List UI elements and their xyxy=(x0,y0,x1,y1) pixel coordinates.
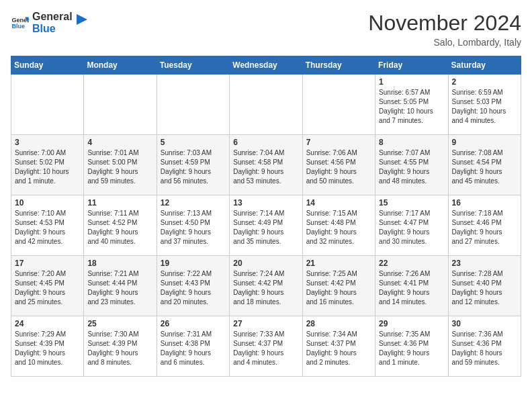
day-info: Sunrise: 7:00 AM Sunset: 5:02 PM Dayligh… xyxy=(15,148,80,186)
day-number: 20 xyxy=(233,259,298,268)
day-cell: 7Sunrise: 7:06 AM Sunset: 4:56 PM Daylig… xyxy=(302,135,375,195)
day-number: 26 xyxy=(161,319,226,328)
day-cell: 13Sunrise: 7:14 AM Sunset: 4:49 PM Dayli… xyxy=(230,195,302,256)
day-info: Sunrise: 7:31 AM Sunset: 4:38 PM Dayligh… xyxy=(161,330,226,367)
day-info: Sunrise: 7:36 AM Sunset: 4:36 PM Dayligh… xyxy=(452,330,517,367)
day-header-friday: Friday xyxy=(375,56,448,75)
day-cell: 8Sunrise: 7:07 AM Sunset: 4:55 PM Daylig… xyxy=(375,135,448,195)
day-cell: 20Sunrise: 7:24 AM Sunset: 4:42 PM Dayli… xyxy=(230,256,302,316)
day-number: 5 xyxy=(161,138,226,147)
day-info: Sunrise: 7:22 AM Sunset: 4:43 PM Dayligh… xyxy=(161,269,226,307)
day-number: 1 xyxy=(379,77,444,87)
day-cell: 5Sunrise: 7:03 AM Sunset: 4:59 PM Daylig… xyxy=(157,135,229,195)
day-cell: 12Sunrise: 7:13 AM Sunset: 4:50 PM Dayli… xyxy=(157,195,229,256)
calendar-table: SundayMondayTuesdayWednesdayThursdayFrid… xyxy=(11,56,521,377)
logo-blue-text: Blue xyxy=(32,23,73,35)
day-cell: 26Sunrise: 7:31 AM Sunset: 4:38 PM Dayli… xyxy=(157,316,229,377)
day-number: 22 xyxy=(379,259,444,268)
day-info: Sunrise: 7:15 AM Sunset: 4:48 PM Dayligh… xyxy=(306,209,371,246)
day-info: Sunrise: 7:28 AM Sunset: 4:40 PM Dayligh… xyxy=(452,269,517,307)
week-row-1: 1Sunrise: 6:57 AM Sunset: 5:05 PM Daylig… xyxy=(11,75,521,135)
day-info: Sunrise: 7:06 AM Sunset: 4:56 PM Dayligh… xyxy=(306,148,371,186)
day-info: Sunrise: 7:03 AM Sunset: 4:59 PM Dayligh… xyxy=(161,148,226,186)
day-number: 17 xyxy=(15,259,80,268)
day-number: 9 xyxy=(452,138,517,147)
day-cell: 29Sunrise: 7:35 AM Sunset: 4:36 PM Dayli… xyxy=(375,316,448,377)
day-cell: 19Sunrise: 7:22 AM Sunset: 4:43 PM Dayli… xyxy=(157,256,229,316)
day-header-saturday: Saturday xyxy=(448,56,521,75)
day-info: Sunrise: 7:35 AM Sunset: 4:36 PM Dayligh… xyxy=(379,330,444,367)
day-info: Sunrise: 7:14 AM Sunset: 4:49 PM Dayligh… xyxy=(233,209,298,246)
day-cell xyxy=(11,75,84,135)
day-info: Sunrise: 6:59 AM Sunset: 5:03 PM Dayligh… xyxy=(452,88,517,126)
day-info: Sunrise: 7:33 AM Sunset: 4:37 PM Dayligh… xyxy=(233,330,298,367)
day-number: 24 xyxy=(15,319,80,328)
day-header-thursday: Thursday xyxy=(302,56,375,75)
day-number: 15 xyxy=(379,198,444,208)
week-row-2: 3Sunrise: 7:00 AM Sunset: 5:02 PM Daylig… xyxy=(11,135,521,195)
day-info: Sunrise: 7:07 AM Sunset: 4:55 PM Dayligh… xyxy=(379,148,444,186)
location: Salo, Lombardy, Italy xyxy=(368,37,521,48)
day-cell xyxy=(302,75,375,135)
day-number: 8 xyxy=(379,138,444,147)
day-info: Sunrise: 7:17 AM Sunset: 4:47 PM Dayligh… xyxy=(379,209,444,246)
day-cell: 28Sunrise: 7:34 AM Sunset: 4:37 PM Dayli… xyxy=(302,316,375,377)
day-header-tuesday: Tuesday xyxy=(157,56,229,75)
title-area: November 2024 Salo, Lombardy, Italy xyxy=(368,11,521,48)
day-cell: 23Sunrise: 7:28 AM Sunset: 4:40 PM Dayli… xyxy=(448,256,521,316)
day-info: Sunrise: 7:11 AM Sunset: 4:52 PM Dayligh… xyxy=(87,209,152,246)
day-cell: 9Sunrise: 7:08 AM Sunset: 4:54 PM Daylig… xyxy=(448,135,521,195)
day-number: 23 xyxy=(452,259,517,268)
day-header-sunday: Sunday xyxy=(11,56,84,75)
day-info: Sunrise: 7:08 AM Sunset: 4:54 PM Dayligh… xyxy=(452,148,517,186)
day-cell: 21Sunrise: 7:25 AM Sunset: 4:42 PM Dayli… xyxy=(302,256,375,316)
day-number: 27 xyxy=(233,319,298,328)
day-info: Sunrise: 7:30 AM Sunset: 4:39 PM Dayligh… xyxy=(87,330,152,367)
day-cell: 11Sunrise: 7:11 AM Sunset: 4:52 PM Dayli… xyxy=(84,195,157,256)
day-cell: 14Sunrise: 7:15 AM Sunset: 4:48 PM Dayli… xyxy=(302,195,375,256)
header: General Blue General Blue November 2024 … xyxy=(11,11,521,48)
day-cell xyxy=(230,75,302,135)
day-number: 21 xyxy=(306,259,371,268)
day-cell: 16Sunrise: 7:18 AM Sunset: 4:46 PM Dayli… xyxy=(448,195,521,256)
days-header-row: SundayMondayTuesdayWednesdayThursdayFrid… xyxy=(11,56,521,75)
logo-icon: General Blue xyxy=(11,13,30,32)
day-cell: 25Sunrise: 7:30 AM Sunset: 4:39 PM Dayli… xyxy=(84,316,157,377)
day-info: Sunrise: 7:29 AM Sunset: 4:39 PM Dayligh… xyxy=(15,330,80,367)
day-info: Sunrise: 7:10 AM Sunset: 4:53 PM Dayligh… xyxy=(15,209,80,246)
day-cell: 27Sunrise: 7:33 AM Sunset: 4:37 PM Dayli… xyxy=(230,316,302,377)
day-info: Sunrise: 7:26 AM Sunset: 4:41 PM Dayligh… xyxy=(379,269,444,307)
day-info: Sunrise: 7:18 AM Sunset: 4:46 PM Dayligh… xyxy=(452,209,517,246)
day-cell: 17Sunrise: 7:20 AM Sunset: 4:45 PM Dayli… xyxy=(11,256,84,316)
day-cell: 18Sunrise: 7:21 AM Sunset: 4:44 PM Dayli… xyxy=(84,256,157,316)
month-title: November 2024 xyxy=(368,11,521,36)
day-number: 19 xyxy=(161,259,226,268)
week-row-3: 10Sunrise: 7:10 AM Sunset: 4:53 PM Dayli… xyxy=(11,195,521,256)
day-cell: 6Sunrise: 7:04 AM Sunset: 4:58 PM Daylig… xyxy=(230,135,302,195)
day-number: 7 xyxy=(306,138,371,147)
day-info: Sunrise: 7:13 AM Sunset: 4:50 PM Dayligh… xyxy=(161,209,226,246)
logo-flag-icon xyxy=(75,13,89,33)
day-header-wednesday: Wednesday xyxy=(230,56,302,75)
day-cell: 15Sunrise: 7:17 AM Sunset: 4:47 PM Dayli… xyxy=(375,195,448,256)
day-header-monday: Monday xyxy=(84,56,157,75)
svg-text:Blue: Blue xyxy=(11,23,25,30)
day-cell: 24Sunrise: 7:29 AM Sunset: 4:39 PM Dayli… xyxy=(11,316,84,377)
day-cell xyxy=(84,75,157,135)
day-cell: 3Sunrise: 7:00 AM Sunset: 5:02 PM Daylig… xyxy=(11,135,84,195)
day-number: 14 xyxy=(306,198,371,208)
week-row-5: 24Sunrise: 7:29 AM Sunset: 4:39 PM Dayli… xyxy=(11,316,521,377)
day-number: 13 xyxy=(233,198,298,208)
logo-general-text: General xyxy=(32,11,73,23)
week-row-4: 17Sunrise: 7:20 AM Sunset: 4:45 PM Dayli… xyxy=(11,256,521,316)
day-info: Sunrise: 7:25 AM Sunset: 4:42 PM Dayligh… xyxy=(306,269,371,307)
day-number: 28 xyxy=(306,319,371,328)
day-info: Sunrise: 7:20 AM Sunset: 4:45 PM Dayligh… xyxy=(15,269,80,307)
day-cell: 2Sunrise: 6:59 AM Sunset: 5:03 PM Daylig… xyxy=(448,75,521,135)
day-number: 16 xyxy=(452,198,517,208)
day-number: 4 xyxy=(87,138,152,147)
day-cell: 10Sunrise: 7:10 AM Sunset: 4:53 PM Dayli… xyxy=(11,195,84,256)
day-number: 25 xyxy=(87,319,152,328)
day-cell: 22Sunrise: 7:26 AM Sunset: 4:41 PM Dayli… xyxy=(375,256,448,316)
svg-marker-3 xyxy=(77,14,87,25)
